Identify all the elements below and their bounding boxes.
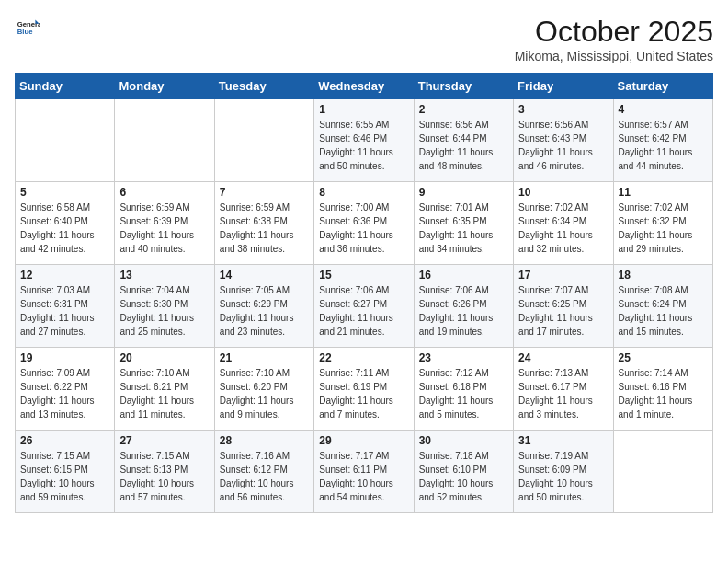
day-info: Sunrise: 7:06 AM Sunset: 6:26 PM Dayligh… (419, 283, 508, 339)
day-info: Sunrise: 7:01 AM Sunset: 6:35 PM Dayligh… (419, 201, 508, 256)
day-info: Sunrise: 7:14 AM Sunset: 6:16 PM Dayligh… (619, 366, 708, 421)
day-info: Sunrise: 7:06 AM Sunset: 6:27 PM Dayligh… (319, 283, 408, 339)
calendar-cell: 21Sunrise: 7:10 AM Sunset: 6:20 PM Dayli… (214, 348, 313, 431)
day-info: Sunrise: 7:15 AM Sunset: 6:15 PM Dayligh… (20, 449, 109, 504)
calendar-cell: 3Sunrise: 6:56 AM Sunset: 6:43 PM Daylig… (514, 99, 613, 182)
calendar-cell: 17Sunrise: 7:07 AM Sunset: 6:25 PM Dayli… (514, 265, 613, 348)
calendar-cell: 30Sunrise: 7:18 AM Sunset: 6:10 PM Dayli… (414, 431, 513, 513)
day-info: Sunrise: 7:08 AM Sunset: 6:24 PM Dayligh… (619, 283, 708, 339)
calendar-cell: 22Sunrise: 7:11 AM Sunset: 6:19 PM Dayli… (314, 348, 414, 431)
day-number: 12 (20, 269, 109, 282)
calendar-week-3: 12Sunrise: 7:03 AM Sunset: 6:31 PM Dayli… (16, 265, 713, 348)
day-info: Sunrise: 7:15 AM Sunset: 6:13 PM Dayligh… (119, 449, 209, 504)
calendar-week-2: 5Sunrise: 6:58 AM Sunset: 6:40 PM Daylig… (16, 182, 713, 265)
calendar-cell: 16Sunrise: 7:06 AM Sunset: 6:26 PM Dayli… (414, 265, 513, 348)
weekday-friday: Friday (514, 74, 613, 99)
day-number: 31 (518, 434, 608, 447)
calendar-cell: 14Sunrise: 7:05 AM Sunset: 6:29 PM Dayli… (214, 265, 313, 348)
day-number: 7 (220, 186, 309, 199)
day-number: 14 (220, 269, 309, 282)
day-number: 29 (319, 434, 408, 447)
svg-text:General: General (17, 20, 40, 29)
day-number: 18 (619, 269, 708, 282)
svg-text:Blue: Blue (17, 28, 33, 36)
calendar-cell (115, 99, 214, 182)
calendar-cell: 13Sunrise: 7:04 AM Sunset: 6:30 PM Dayli… (115, 265, 214, 348)
day-number: 2 (419, 103, 508, 116)
day-info: Sunrise: 7:02 AM Sunset: 6:32 PM Dayligh… (619, 201, 708, 256)
calendar-cell: 15Sunrise: 7:06 AM Sunset: 6:27 PM Dayli… (314, 265, 414, 348)
day-number: 24 (518, 351, 608, 364)
calendar-cell: 26Sunrise: 7:15 AM Sunset: 6:15 PM Dayli… (16, 431, 115, 513)
calendar-cell: 23Sunrise: 7:12 AM Sunset: 6:18 PM Dayli… (414, 348, 513, 431)
logo: General Blue (15, 15, 40, 40)
logo-icon: General Blue (15, 15, 40, 40)
day-number: 16 (419, 269, 508, 282)
calendar-cell: 31Sunrise: 7:19 AM Sunset: 6:09 PM Dayli… (514, 431, 613, 513)
day-number: 9 (419, 186, 508, 199)
calendar-cell: 11Sunrise: 7:02 AM Sunset: 6:32 PM Dayli… (613, 182, 712, 265)
day-number: 21 (220, 351, 309, 364)
day-number: 13 (119, 269, 209, 282)
day-number: 17 (518, 269, 608, 282)
calendar-table: SundayMondayTuesdayWednesdayThursdayFrid… (15, 73, 713, 513)
calendar-cell: 7Sunrise: 6:59 AM Sunset: 6:38 PM Daylig… (214, 182, 313, 265)
day-number: 1 (319, 103, 408, 116)
calendar-cell (214, 99, 313, 182)
day-number: 25 (619, 351, 708, 364)
calendar-cell: 27Sunrise: 7:15 AM Sunset: 6:13 PM Dayli… (115, 431, 214, 513)
day-info: Sunrise: 7:10 AM Sunset: 6:21 PM Dayligh… (119, 366, 209, 421)
calendar-week-5: 26Sunrise: 7:15 AM Sunset: 6:15 PM Dayli… (16, 431, 713, 513)
weekday-saturday: Saturday (613, 74, 712, 99)
day-number: 10 (518, 186, 608, 199)
day-number: 15 (319, 269, 408, 282)
day-info: Sunrise: 7:00 AM Sunset: 6:36 PM Dayligh… (319, 201, 408, 256)
day-info: Sunrise: 6:59 AM Sunset: 6:39 PM Dayligh… (119, 201, 209, 256)
calendar-cell: 8Sunrise: 7:00 AM Sunset: 6:36 PM Daylig… (314, 182, 414, 265)
weekday-wednesday: Wednesday (314, 74, 414, 99)
day-number: 22 (319, 351, 408, 364)
day-number: 8 (319, 186, 408, 199)
day-info: Sunrise: 7:05 AM Sunset: 6:29 PM Dayligh… (220, 283, 309, 339)
calendar-cell: 9Sunrise: 7:01 AM Sunset: 6:35 PM Daylig… (414, 182, 513, 265)
month-year-title: October 2025 (515, 15, 713, 49)
day-info: Sunrise: 7:19 AM Sunset: 6:09 PM Dayligh… (518, 449, 608, 504)
weekday-thursday: Thursday (414, 74, 513, 99)
calendar-body: 1Sunrise: 6:55 AM Sunset: 6:46 PM Daylig… (16, 99, 713, 513)
calendar-cell (613, 431, 712, 513)
calendar-cell: 29Sunrise: 7:17 AM Sunset: 6:11 PM Dayli… (314, 431, 414, 513)
weekday-tuesday: Tuesday (214, 74, 313, 99)
day-number: 3 (518, 103, 608, 116)
day-number: 11 (619, 186, 708, 199)
day-number: 28 (220, 434, 309, 447)
day-number: 20 (119, 351, 209, 364)
day-info: Sunrise: 6:55 AM Sunset: 6:46 PM Dayligh… (319, 118, 408, 173)
calendar-week-1: 1Sunrise: 6:55 AM Sunset: 6:46 PM Daylig… (16, 99, 713, 182)
day-info: Sunrise: 7:12 AM Sunset: 6:18 PM Dayligh… (419, 366, 508, 421)
calendar-cell: 2Sunrise: 6:56 AM Sunset: 6:44 PM Daylig… (414, 99, 513, 182)
day-info: Sunrise: 7:18 AM Sunset: 6:10 PM Dayligh… (419, 449, 508, 504)
calendar-cell: 18Sunrise: 7:08 AM Sunset: 6:24 PM Dayli… (613, 265, 712, 348)
calendar-cell: 12Sunrise: 7:03 AM Sunset: 6:31 PM Dayli… (16, 265, 115, 348)
calendar-cell: 19Sunrise: 7:09 AM Sunset: 6:22 PM Dayli… (16, 348, 115, 431)
day-info: Sunrise: 7:09 AM Sunset: 6:22 PM Dayligh… (20, 366, 109, 421)
weekday-monday: Monday (115, 74, 214, 99)
day-info: Sunrise: 7:07 AM Sunset: 6:25 PM Dayligh… (518, 283, 608, 339)
day-number: 23 (419, 351, 508, 364)
day-info: Sunrise: 7:11 AM Sunset: 6:19 PM Dayligh… (319, 366, 408, 421)
day-info: Sunrise: 7:16 AM Sunset: 6:12 PM Dayligh… (220, 449, 309, 504)
day-info: Sunrise: 7:13 AM Sunset: 6:17 PM Dayligh… (518, 366, 608, 421)
day-info: Sunrise: 6:57 AM Sunset: 6:42 PM Dayligh… (619, 118, 708, 173)
calendar-cell: 24Sunrise: 7:13 AM Sunset: 6:17 PM Dayli… (514, 348, 613, 431)
day-number: 27 (119, 434, 209, 447)
location-subtitle: Mikoma, Mississippi, United States (515, 49, 713, 63)
title-block: October 2025 Mikoma, Mississippi, United… (515, 15, 713, 63)
day-number: 26 (20, 434, 109, 447)
calendar-cell (16, 99, 115, 182)
day-number: 6 (119, 186, 209, 199)
day-info: Sunrise: 6:56 AM Sunset: 6:44 PM Dayligh… (419, 118, 508, 173)
calendar-cell: 25Sunrise: 7:14 AM Sunset: 6:16 PM Dayli… (613, 348, 712, 431)
calendar-header: SundayMondayTuesdayWednesdayThursdayFrid… (16, 74, 713, 99)
day-info: Sunrise: 6:58 AM Sunset: 6:40 PM Dayligh… (20, 201, 109, 256)
calendar-cell: 6Sunrise: 6:59 AM Sunset: 6:39 PM Daylig… (115, 182, 214, 265)
